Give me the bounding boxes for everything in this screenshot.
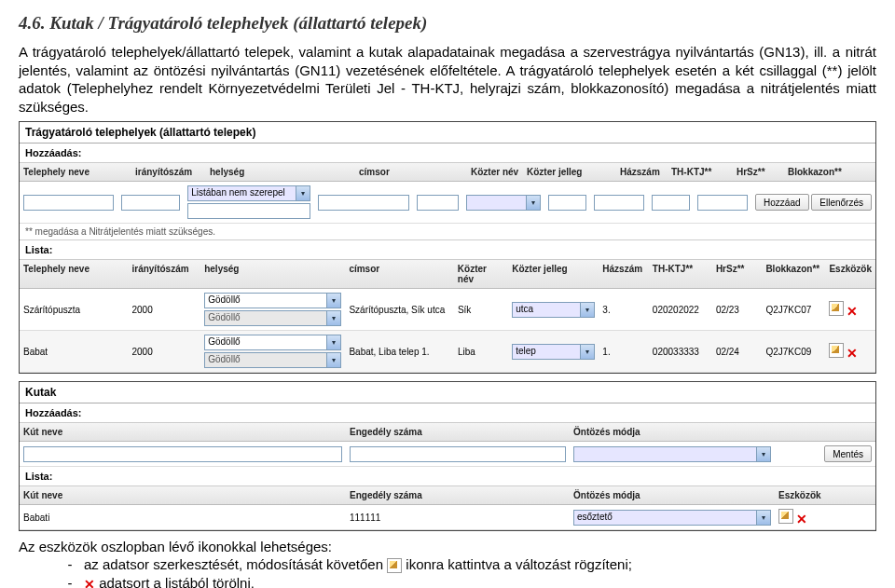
telephelyek-title: Trágyatároló telephelyek (állattartó tel…	[20, 122, 875, 144]
telep-add-header: Telephely neve irányítószám helység címs…	[20, 162, 875, 182]
outro-list: az adatsor szerkesztését, módosítását kö…	[47, 556, 876, 588]
col-kutneve: Kút neve	[20, 423, 346, 441]
chevron-down-icon: ▾	[756, 511, 770, 525]
add-kozternev-input[interactable]	[417, 195, 459, 211]
chevron-down-icon: ▾	[526, 196, 540, 210]
delete-icon[interactable]: ✕	[847, 304, 858, 319]
dropdown-text	[467, 196, 526, 210]
add-kutneve-input[interactable]	[23, 446, 342, 462]
add-ontozesmodja-dropdown[interactable]: ▾	[573, 446, 771, 462]
hozzaad-button[interactable]: Hozzáad	[755, 194, 808, 211]
add-thktj-input[interactable]	[594, 195, 644, 211]
kutak-box: Kutak Hozzáadás: Kút neve Engedély száma…	[19, 381, 876, 531]
delete-icon[interactable]: ✕	[847, 346, 858, 361]
row-kozterjelleg-dropdown[interactable]: utca ▾	[512, 302, 595, 318]
table-row: Babat 2000 Gödöllő ▾ Gödöllő ▾ Babat, Li…	[20, 331, 875, 373]
col-iranyitoszam: irányítószám	[131, 163, 206, 181]
chevron-down-icon: ▾	[580, 345, 594, 359]
row-kozterjelleg-dropdown[interactable]: telep ▾	[512, 344, 595, 360]
add-blokk-input[interactable]	[697, 195, 748, 211]
row-helyseg-dropdown-disabled: Gödöllő ▾	[204, 352, 341, 368]
chevron-down-icon: ▾	[326, 311, 340, 325]
col-cimsor: címsor	[355, 163, 467, 181]
add-helyseg-dropdown[interactable]: Listában nem szerepel ▾	[187, 185, 310, 201]
edit-icon[interactable]	[829, 343, 844, 358]
kutak-add-header: Kút neve Engedély száma Öntözés módja	[20, 422, 875, 442]
chevron-down-icon: ▾	[296, 186, 310, 200]
chevron-down-icon: ▾	[580, 303, 594, 317]
kutak-list-header: Kút neve Engedély száma Öntözés módja Es…	[20, 485, 875, 505]
ellenorzes-button[interactable]: Ellenőrzés	[811, 194, 872, 211]
lista-label: Lista:	[20, 240, 875, 259]
col-helyseg: helység	[206, 163, 355, 181]
row-ontozesmodja-dropdown[interactable]: esőztető ▾	[573, 510, 771, 526]
delete-icon[interactable]: ✕	[796, 512, 807, 526]
add-hrsz-input[interactable]	[652, 195, 690, 211]
dropdown-text: Listában nem szerepel	[188, 186, 296, 200]
col-engedelyszama: Engedély száma	[346, 423, 570, 441]
table-row: Szárítópuszta 2000 Gödöllő ▾ Gödöllő ▾ S…	[20, 289, 875, 331]
kutak-lista-label: Lista:	[20, 467, 875, 485]
telep-note: ** megadása a Nitrátjelentés miatt szüks…	[20, 224, 875, 240]
col-blokkazon: Blokkazon**	[784, 163, 849, 181]
table-row: Babati 111111 esőztető ▾ ✕	[20, 505, 875, 530]
col-hrsz: HrSz**	[733, 163, 784, 181]
add-kozterjelleg-dropdown[interactable]: ▾	[466, 195, 541, 211]
chevron-down-icon: ▾	[326, 335, 340, 349]
outro-bullet-delete: ✕ adatsort a listából törölni.	[84, 575, 876, 588]
add-iranyitoszam-input[interactable]	[121, 195, 180, 211]
add-helyseg-input[interactable]	[187, 203, 310, 219]
edit-icon	[387, 558, 402, 573]
hozzaadas-label: Hozzáadás:	[20, 144, 875, 162]
kutak-title: Kutak	[20, 382, 875, 403]
mentes-button[interactable]: Mentés	[824, 445, 872, 462]
add-engedely-input[interactable]	[350, 446, 566, 462]
edit-icon[interactable]	[778, 509, 793, 524]
section-heading: 4.6. Kutak / Trágyatároló telephelyek (á…	[19, 13, 876, 34]
col-kozterjelleg: Közter jelleg	[523, 163, 616, 181]
col-kozternev: Közter név	[467, 163, 523, 181]
add-telephely-input[interactable]	[23, 195, 114, 211]
outro-lead: Az eszközök oszlopban lévő ikonokkal leh…	[19, 539, 876, 554]
chevron-down-icon: ▾	[756, 447, 770, 461]
telep-add-row: Listában nem szerepel ▾ ▾ Hozzáad Ellenő…	[20, 182, 875, 224]
telep-list-header: Telephely neve irányítószám helység címs…	[20, 259, 875, 289]
chevron-down-icon: ▾	[326, 294, 340, 308]
kutak-hozzaadas-label: Hozzáadás:	[20, 403, 875, 422]
row-helyseg-dropdown[interactable]: Gödöllő ▾	[204, 335, 341, 350]
row-helyseg-dropdown-disabled: Gödöllő ▾	[204, 310, 341, 326]
col-thktj: TH-KTJ**	[668, 163, 733, 181]
edit-icon[interactable]	[829, 301, 844, 316]
col-telephely: Telephely neve	[20, 163, 131, 181]
add-cimsor-input[interactable]	[318, 195, 408, 211]
row-helyseg-dropdown[interactable]: Gödöllő ▾	[204, 293, 341, 308]
col-ontozesmodja: Öntözés módja	[570, 423, 775, 441]
delete-icon: ✕	[84, 577, 95, 588]
chevron-down-icon: ▾	[326, 353, 340, 367]
kutak-add-row: ▾ Mentés	[20, 442, 875, 467]
col-hazszam: Házszám	[616, 163, 668, 181]
telephelyek-box: Trágyatároló telephelyek (állattartó tel…	[19, 121, 876, 374]
outro-bullet-edit: az adatsor szerkesztését, módosítását kö…	[84, 556, 876, 573]
intro-paragraph: A trágyatároló telephelyek/állattartó te…	[19, 43, 876, 116]
add-hazszam-input[interactable]	[548, 195, 586, 211]
